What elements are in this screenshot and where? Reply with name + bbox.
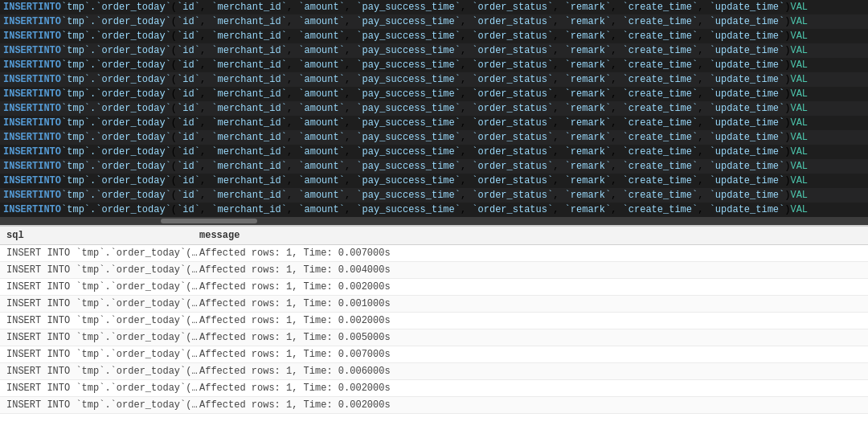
column-name: `update_time` — [710, 161, 785, 172]
column-name: `remark` — [565, 88, 612, 100]
column-name: `remark` — [565, 59, 612, 71]
column-name: `update_time` — [710, 190, 785, 201]
table-reference: `tmp`.`order_today` — [61, 188, 171, 203]
column-name: `update_time` — [710, 59, 785, 71]
columns-container: (`id`, `merchant_id`, `amount`, `pay_suc… — [171, 203, 791, 217]
column-name: `amount` — [298, 132, 345, 143]
column-name: `remark` — [565, 204, 612, 215]
column-name: `id` — [177, 161, 200, 172]
column-name: `id` — [177, 190, 200, 201]
column-name: `create_time` — [623, 132, 698, 143]
column-name: `merchant_id` — [211, 88, 287, 100]
column-name: `merchant_id` — [211, 45, 287, 56]
into-keyword: INTO — [38, 159, 61, 174]
column-name: `remark` — [565, 45, 612, 56]
column-name: `order_status` — [472, 146, 553, 158]
column-name: `merchant_id` — [211, 146, 287, 158]
result-table-header: sql message — [0, 227, 868, 245]
columns-container: (`id`, `merchant_id`, `amount`, `pay_suc… — [171, 29, 791, 43]
insert-keyword: INSERT — [3, 0, 38, 14]
columns-container: (`id`, `merchant_id`, `amount`, `pay_suc… — [171, 145, 791, 159]
table-reference: `tmp`.`order_today` — [61, 87, 171, 101]
column-name: `order_status` — [472, 45, 553, 56]
into-keyword: INTO — [38, 58, 61, 72]
column-name: `pay_success_time` — [356, 16, 461, 27]
column-name: `pay_success_time` — [356, 204, 461, 215]
column-name: `remark` — [565, 146, 612, 158]
column-name: `merchant_id` — [211, 31, 287, 42]
into-keyword: INTO — [38, 145, 61, 159]
result-row: INSERT INTO `tmp`.`order_today`(`id`, `m… — [0, 262, 868, 279]
horizontal-scrollbar[interactable] — [0, 217, 868, 225]
column-name: `amount` — [298, 31, 345, 42]
result-row: INSERT INTO `tmp`.`order_today`(`id`, `m… — [0, 296, 868, 313]
result-row: INSERT INTO `tmp`.`order_today`(`id`, `m… — [0, 346, 868, 363]
column-name: `merchant_id` — [211, 2, 287, 13]
column-name: `remark` — [565, 190, 612, 201]
column-name: `id` — [177, 132, 200, 143]
insert-keyword: INSERT — [3, 188, 38, 203]
column-name: `id` — [177, 31, 200, 42]
val-keyword: VAL — [790, 72, 808, 87]
column-name: `merchant_id` — [211, 190, 287, 201]
column-name: `create_time` — [623, 74, 698, 85]
scrollbar-thumb[interactable] — [161, 219, 257, 223]
result-sql-cell: INSERT INTO `tmp`.`order_today`(`id`, `m… — [6, 332, 199, 343]
column-name: `order_status` — [472, 103, 553, 114]
column-name: `order_status` — [472, 190, 553, 201]
column-name: `update_time` — [710, 45, 785, 56]
column-name: `create_time` — [623, 175, 698, 186]
column-name: `merchant_id` — [211, 132, 287, 143]
column-name: `order_status` — [472, 31, 553, 42]
column-name: `order_status` — [472, 132, 553, 143]
table-reference: `tmp`.`order_today` — [61, 72, 171, 87]
table-reference: `tmp`.`order_today` — [61, 101, 171, 116]
result-message-cell: Affected rows: 1, Time: 0.004000s — [199, 264, 862, 276]
column-name: `pay_success_time` — [356, 146, 461, 158]
column-name: `remark` — [565, 117, 612, 129]
result-row: INSERT INTO `tmp`.`order_today`(`id`, `m… — [0, 397, 868, 414]
column-name: `order_status` — [472, 59, 553, 71]
column-name: `remark` — [565, 103, 612, 114]
result-row: INSERT INTO `tmp`.`order_today`(`id`, `m… — [0, 380, 868, 397]
columns-container: (`id`, `merchant_id`, `amount`, `pay_suc… — [171, 87, 791, 101]
column-name: `id` — [177, 88, 200, 100]
sql-line: INSERT INTO `tmp`.`order_today`(`id`, `m… — [0, 72, 868, 87]
column-name: `update_time` — [710, 16, 785, 27]
result-message-cell: Affected rows: 1, Time: 0.002000s — [199, 399, 862, 411]
column-name: `order_status` — [472, 161, 553, 172]
result-message-cell: Affected rows: 1, Time: 0.007000s — [199, 248, 862, 259]
result-sql-cell: INSERT INTO `tmp`.`order_today`(`id`, `m… — [6, 315, 199, 326]
columns-container: (`id`, `merchant_id`, `amount`, `pay_suc… — [171, 43, 791, 58]
table-reference: `tmp`.`order_today` — [61, 145, 171, 159]
column-name: `remark` — [565, 2, 612, 13]
column-name: `id` — [177, 204, 200, 215]
column-name: `amount` — [298, 45, 345, 56]
result-sql-cell: INSERT INTO `tmp`.`order_today`(`id`, `m… — [6, 281, 199, 293]
into-keyword: INTO — [38, 130, 61, 145]
column-name: `merchant_id` — [211, 161, 287, 172]
insert-keyword: INSERT — [3, 174, 38, 188]
column-name: `pay_success_time` — [356, 59, 461, 71]
result-message-cell: Affected rows: 1, Time: 0.002000s — [199, 315, 862, 326]
columns-container: (`id`, `merchant_id`, `amount`, `pay_suc… — [171, 116, 791, 130]
sql-line: INSERT INTO `tmp`.`order_today`(`id`, `m… — [0, 87, 868, 101]
into-keyword: INTO — [38, 14, 61, 29]
val-keyword: VAL — [790, 130, 808, 145]
column-name: `id` — [177, 45, 200, 56]
table-reference: `tmp`.`order_today` — [61, 130, 171, 145]
val-keyword: VAL — [790, 43, 808, 58]
column-name: `remark` — [565, 132, 612, 143]
insert-keyword: INSERT — [3, 145, 38, 159]
columns-container: (`id`, `merchant_id`, `amount`, `pay_suc… — [171, 0, 791, 14]
column-name: `order_status` — [472, 88, 553, 100]
column-name: `id` — [177, 117, 200, 129]
columns-container: (`id`, `merchant_id`, `amount`, `pay_suc… — [171, 14, 791, 29]
into-keyword: INTO — [38, 116, 61, 130]
column-name: `merchant_id` — [211, 175, 287, 186]
sql-line: INSERT INTO `tmp`.`order_today`(`id`, `m… — [0, 130, 868, 145]
result-sql-cell: INSERT INTO `tmp`.`order_today`(`id`, `m… — [6, 366, 199, 377]
column-name: `id` — [177, 74, 200, 85]
insert-keyword: INSERT — [3, 116, 38, 130]
column-name: `update_time` — [710, 103, 785, 114]
